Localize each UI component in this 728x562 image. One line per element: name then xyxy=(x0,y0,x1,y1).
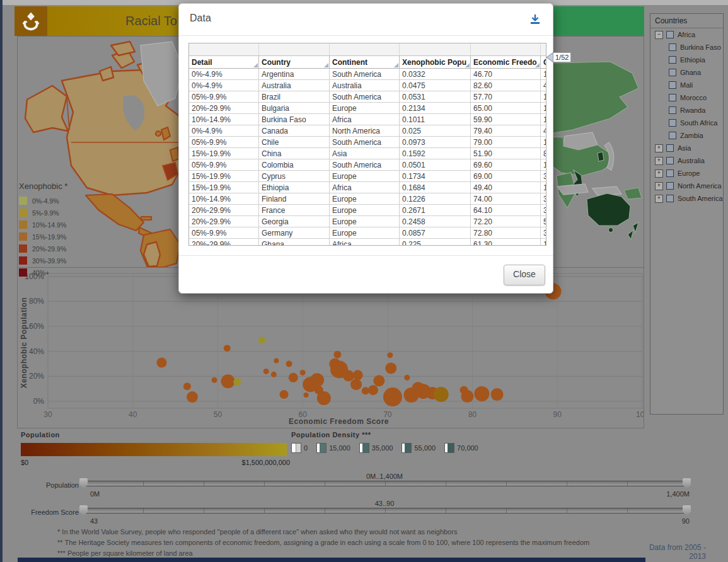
scatter-bubble[interactable] xyxy=(385,362,396,374)
legend-label: 40%+ xyxy=(32,269,49,277)
table-cell: Europe xyxy=(330,171,400,182)
scatter-bubble[interactable] xyxy=(224,345,231,352)
country-checkbox[interactable] xyxy=(669,43,676,51)
scatter-bubble[interactable] xyxy=(274,358,279,364)
scatter-bubble[interactable] xyxy=(286,361,292,367)
scatter-bubble[interactable] xyxy=(404,375,410,381)
column-header-continent[interactable]: Continent xyxy=(330,56,400,69)
scatter-bubble[interactable] xyxy=(333,351,341,358)
scatter-bubble[interactable] xyxy=(304,393,309,398)
tree-item-europe[interactable]: +Europe xyxy=(650,167,723,180)
scatter-bubble[interactable] xyxy=(280,390,289,399)
continent-checkbox[interactable] xyxy=(666,157,674,164)
scatter-bubble[interactable] xyxy=(258,336,265,343)
footnote-1: * In the World Value Survey, people who … xyxy=(57,528,457,536)
scatter-bubble[interactable] xyxy=(434,387,449,402)
scatter-bubble[interactable] xyxy=(383,387,402,406)
scatter-bubble[interactable] xyxy=(221,374,235,388)
scatter-bubble[interactable] xyxy=(289,373,298,382)
scatter-bubble[interactable] xyxy=(317,391,331,405)
scatter-bubble[interactable] xyxy=(353,370,363,380)
table-cell: Finland xyxy=(259,193,330,205)
map-south-korea[interactable] xyxy=(598,152,604,161)
scatter-bubble[interactable] xyxy=(387,352,393,358)
scatter-bubble[interactable] xyxy=(373,375,384,386)
country-checkbox[interactable] xyxy=(669,81,676,89)
scatter-bubble[interactable] xyxy=(343,370,354,381)
scatter-bubble[interactable] xyxy=(212,377,217,383)
table-row: 15%-19.9%CyprusEurope0.173469.0032254.00 xyxy=(189,171,546,182)
scatter-bubble[interactable] xyxy=(157,358,167,368)
expand-toggle-icon[interactable]: + xyxy=(655,157,663,165)
freedom-slider-track[interactable] xyxy=(82,508,688,513)
map-arctic-island-3[interactable] xyxy=(100,67,113,81)
scatter-bubble[interactable] xyxy=(368,385,378,395)
scatter-bubble[interactable] xyxy=(271,372,277,377)
table-row: 20%-29.9%GhanaAfrica0.22561.301871.00 xyxy=(189,239,546,246)
map-alaska[interactable] xyxy=(25,86,68,132)
tree-item-ghana[interactable]: Ghana xyxy=(650,66,723,79)
column-header-economic-freedo[interactable]: Economic Freedo xyxy=(471,56,541,69)
country-checkbox[interactable] xyxy=(669,106,676,114)
tree-item-morocco[interactable]: Morocco xyxy=(650,91,723,104)
tree-item-africa[interactable]: −Africa xyxy=(650,28,723,41)
country-checkbox[interactable] xyxy=(669,94,676,101)
freedom-slider-handle-min[interactable] xyxy=(79,505,88,516)
continent-checkbox[interactable] xyxy=(666,144,674,152)
country-checkbox[interactable] xyxy=(669,119,676,127)
continent-checkbox[interactable] xyxy=(666,182,674,190)
table-cell: 0.225 xyxy=(400,239,471,246)
close-button[interactable]: Close xyxy=(504,265,545,285)
tree-item-australia[interactable]: +Australia xyxy=(650,154,723,167)
country-checkbox[interactable] xyxy=(669,56,676,64)
tree-item-south-america[interactable]: +South America xyxy=(650,192,723,205)
scatter-bubble[interactable] xyxy=(461,390,473,403)
collapse-toggle-icon[interactable]: − xyxy=(655,31,663,39)
scatter-bubble[interactable] xyxy=(491,388,504,401)
tree-item-label: South America xyxy=(678,195,723,202)
tree-item-rwanda[interactable]: Rwanda xyxy=(650,104,723,117)
scatter-bubble[interactable] xyxy=(183,382,191,390)
map-new-guinea[interactable] xyxy=(624,188,642,199)
map-new-zealand-south[interactable] xyxy=(628,230,633,239)
country-checkbox[interactable] xyxy=(669,69,676,76)
scatter-bubble[interactable] xyxy=(233,378,241,386)
tree-item-north-america[interactable]: +North America xyxy=(650,180,723,192)
tree-item-burkina-faso[interactable]: Burkina Faso xyxy=(650,41,723,54)
population-slider-track[interactable] xyxy=(82,481,688,486)
freedom-slider-handle-max[interactable] xyxy=(683,505,691,516)
population-slider-handle-min[interactable] xyxy=(79,478,88,489)
scatter-bubble[interactable] xyxy=(263,369,269,374)
column-header-xenophobic-popu[interactable]: Xenophobic Popu xyxy=(400,56,471,69)
country-checkbox[interactable] xyxy=(669,132,676,139)
expand-toggle-icon[interactable]: + xyxy=(655,169,663,178)
population-slider-handle-max[interactable] xyxy=(683,478,691,489)
tree-item-asia[interactable]: +Asia xyxy=(650,142,723,154)
map-australia[interactable] xyxy=(587,193,630,226)
column-header-country[interactable]: Country xyxy=(259,56,330,69)
tree-item-south-africa[interactable]: South Africa xyxy=(650,117,723,129)
scatter-bubble[interactable] xyxy=(300,370,306,376)
expand-toggle-icon[interactable]: + xyxy=(655,195,663,203)
tree-item-ethiopia[interactable]: Ethiopia xyxy=(650,54,723,66)
scatter-bubble[interactable] xyxy=(350,379,362,390)
map-new-zealand-north[interactable] xyxy=(633,222,638,232)
expand-toggle-icon[interactable]: + xyxy=(655,182,663,190)
map-cuba[interactable] xyxy=(141,217,151,220)
tree-item-mali[interactable]: Mali xyxy=(650,79,723,91)
scatter-bubble[interactable] xyxy=(187,391,198,403)
continent-checkbox[interactable] xyxy=(666,169,674,177)
map-arctic-island-4[interactable] xyxy=(111,42,135,55)
column-header-detail[interactable]: Detail xyxy=(189,56,259,69)
map-tasmania[interactable] xyxy=(609,228,613,232)
download-icon[interactable] xyxy=(529,13,541,26)
table-pagination[interactable]: 1/52 xyxy=(545,52,571,63)
map-ireland[interactable] xyxy=(156,131,161,136)
scatter-bubble[interactable] xyxy=(310,373,324,387)
continent-checkbox[interactable] xyxy=(666,31,674,38)
tree-item-zambia[interactable]: Zambia xyxy=(650,129,723,142)
expand-toggle-icon[interactable]: + xyxy=(655,144,663,152)
scatter-bubble[interactable] xyxy=(474,386,489,401)
continent-checkbox[interactable] xyxy=(666,195,674,202)
density-label: 55,000 xyxy=(414,444,436,452)
